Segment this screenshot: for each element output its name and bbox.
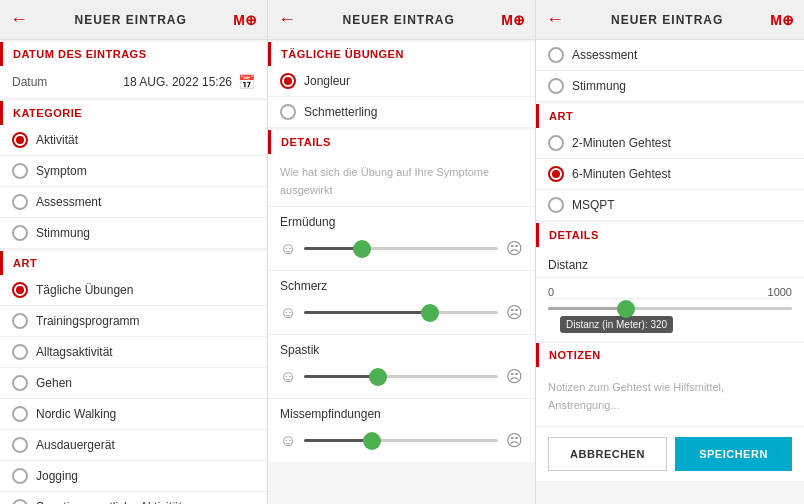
radio-aktivitat-label: Aktivität	[36, 133, 78, 147]
cancel-button[interactable]: ABBRECHEN	[548, 437, 667, 471]
distanz-tooltip: Distanz (in Meter): 320	[548, 314, 792, 337]
radio-msqpt-circle	[548, 197, 564, 213]
radio-stimmung-p3[interactable]: Stimmung	[536, 71, 804, 102]
radio-jongleur[interactable]: Jongleur	[268, 66, 535, 97]
radio-aktivitat[interactable]: Aktivität	[0, 125, 267, 156]
radio-assessment-p3[interactable]: Assessment	[536, 40, 804, 71]
back-button-2[interactable]: ←	[278, 9, 296, 30]
radio-symptom-circle	[12, 163, 28, 179]
slider-ermudung-container: ☺ ☹	[280, 235, 523, 262]
radio-schmetterling-label: Schmetterling	[304, 105, 377, 119]
radio-stimmung[interactable]: Stimmung	[0, 218, 267, 249]
tooltip-label: Distanz (in Meter): 320	[560, 316, 673, 333]
radio-6min[interactable]: 6-Minuten Gehtest	[536, 159, 804, 190]
panel1-title: NEUER EINTRAG	[28, 13, 233, 27]
smiley-happy-4: ☺	[280, 432, 296, 450]
radio-alltag-label: Alltagsaktivität	[36, 345, 113, 359]
radio-training-circle	[12, 313, 28, 329]
radio-training-label: Trainingsprogramm	[36, 314, 140, 328]
radio-gehen[interactable]: Gehen	[0, 368, 267, 399]
radio-tagliche-circle	[12, 282, 28, 298]
back-button-3[interactable]: ←	[546, 9, 564, 30]
radio-ausdauer-label: Ausdauergerät	[36, 438, 115, 452]
radio-nordic[interactable]: Nordic Walking	[0, 399, 267, 430]
slider-missempfindungen-section: Missempfindungen ☺ ☹	[268, 399, 535, 462]
distanz-slider-track[interactable]	[548, 307, 792, 310]
radio-assessment[interactable]: Assessment	[0, 187, 267, 218]
radio-jogging-label: Jogging	[36, 469, 78, 483]
smiley-happy-1: ☺	[280, 240, 296, 258]
radio-jogging-circle	[12, 468, 28, 484]
range-labels: 0 1000	[548, 286, 792, 299]
radio-stimmung-p3-label: Stimmung	[572, 79, 626, 93]
radio-tagliche-label: Tägliche Übungen	[36, 283, 133, 297]
radio-aktivitat-circle	[12, 132, 28, 148]
panel2-logo: M⊕	[501, 12, 525, 28]
radio-schmetterling-circle	[280, 104, 296, 120]
radio-schmetterling[interactable]: Schmetterling	[268, 97, 535, 128]
radio-6min-circle	[548, 166, 564, 182]
radio-assessment-p3-label: Assessment	[572, 48, 637, 62]
distanz-label: Distanz	[548, 258, 588, 272]
notes-area[interactable]: Notizen zum Gehtest wie Hilfsmittel, Ans…	[536, 367, 804, 427]
distanz-slider-container	[548, 303, 792, 314]
section-kategorie: KATEGORIE	[0, 101, 267, 125]
radio-assessment-label: Assessment	[36, 195, 101, 209]
distanz-label-area: Distanz	[536, 247, 804, 278]
section-notizen: NOTIZEN	[536, 343, 804, 367]
radio-assessment-circle	[12, 194, 28, 210]
radio-ausdauer[interactable]: Ausdauergerät	[0, 430, 267, 461]
range-min-label: 0	[548, 286, 554, 298]
radio-sonstige[interactable]: Sonstige sportliche Aktivitäten	[0, 492, 267, 504]
panel-1: ← NEUER EINTRAG M⊕ DATUM DES EINTRAGS Da…	[0, 0, 268, 504]
radio-sonstige-circle	[12, 499, 28, 504]
radio-training[interactable]: Trainingsprogramm	[0, 306, 267, 337]
slider-schmerz-label: Schmerz	[280, 279, 523, 293]
save-button[interactable]: SPEICHERN	[675, 437, 792, 471]
slider-spastik-container: ☺ ☹	[280, 363, 523, 390]
slider-spastik-track[interactable]	[304, 375, 498, 378]
radio-stimmung-p3-circle	[548, 78, 564, 94]
radio-assessment-p3-circle	[548, 47, 564, 63]
radio-ausdauer-circle	[12, 437, 28, 453]
radio-alltag[interactable]: Alltagsaktivität	[0, 337, 267, 368]
radio-gehen-circle	[12, 375, 28, 391]
details-placeholder: Wie hat sich die Übung auf Ihre Symptome…	[280, 166, 489, 196]
panel3-logo: M⊕	[770, 12, 794, 28]
radio-symptom[interactable]: Symptom	[0, 156, 267, 187]
calendar-icon[interactable]: 📅	[238, 74, 255, 90]
radio-alltag-circle	[12, 344, 28, 360]
radio-symptom-label: Symptom	[36, 164, 87, 178]
radio-sonstige-label: Sonstige sportliche Aktivitäten	[36, 500, 195, 504]
section-datum: DATUM DES EINTRAGS	[0, 42, 267, 66]
smiley-happy-2: ☺	[280, 304, 296, 322]
radio-jongleur-label: Jongleur	[304, 74, 350, 88]
datum-label: Datum	[12, 75, 47, 89]
back-button-1[interactable]: ←	[10, 9, 28, 30]
radio-2min[interactable]: 2-Minuten Gehtest	[536, 128, 804, 159]
radio-msqpt[interactable]: MSQPT	[536, 190, 804, 221]
radio-msqpt-label: MSQPT	[572, 198, 615, 212]
slider-spastik-label: Spastik	[280, 343, 523, 357]
section-art-1: ART	[0, 251, 267, 275]
section-tagliche-ubungen-2: TÄGLICHE ÜBUNGEN	[268, 42, 535, 66]
range-slider-area: 0 1000 Distanz (in Meter): 320	[536, 278, 804, 341]
radio-6min-label: 6-Minuten Gehtest	[572, 167, 671, 181]
slider-missempfindungen-container: ☺ ☹	[280, 427, 523, 454]
button-row: ABBRECHEN SPEICHERN	[536, 427, 804, 481]
radio-tagliche[interactable]: Tägliche Übungen	[0, 275, 267, 306]
range-max-label: 1000	[768, 286, 792, 298]
radio-gehen-label: Gehen	[36, 376, 72, 390]
datum-value: 18 AUG. 2022 15:26	[123, 75, 232, 89]
radio-jogging[interactable]: Jogging	[0, 461, 267, 492]
smiley-happy-3: ☺	[280, 368, 296, 386]
section-details-2: DETAILS	[268, 130, 535, 154]
slider-ermudung-track[interactable]	[304, 247, 498, 250]
slider-schmerz-track[interactable]	[304, 311, 498, 314]
radio-nordic-label: Nordic Walking	[36, 407, 116, 421]
panel2-header: ← NEUER EINTRAG M⊕	[268, 0, 535, 40]
slider-missempfindungen-label: Missempfindungen	[280, 407, 523, 421]
smiley-sad-4: ☹	[506, 431, 523, 450]
slider-missempfindungen-track[interactable]	[304, 439, 498, 442]
panel3-title: NEUER EINTRAG	[564, 13, 770, 27]
